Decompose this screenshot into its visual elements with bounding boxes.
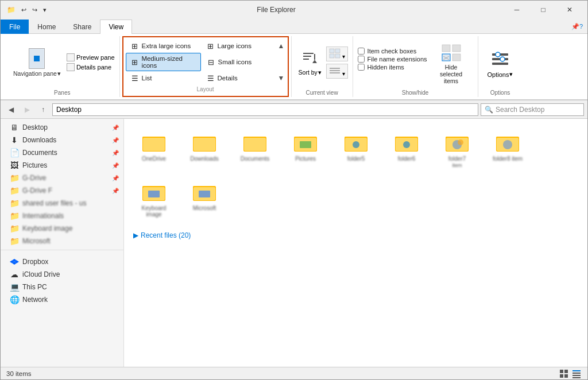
grid-view-button[interactable] [559, 369, 569, 379]
sidebar-item-thispc[interactable]: 💻 This PC [1, 281, 123, 293]
medium-icons-item[interactable]: ⊞ Medium-sized icons [126, 53, 201, 71]
item-check-boxes-option[interactable]: Item check boxes [358, 48, 427, 55]
qat-undo-button[interactable]: ↩ [19, 5, 29, 15]
sidebar-item-downloads[interactable]: ⬇ Downloads 📌 [1, 134, 123, 146]
ribbon-group-options: Options ▾ Options [478, 36, 523, 97]
svg-rect-4 [314, 54, 315, 60]
tab-home[interactable]: Home [29, 20, 64, 34]
qat-redo-button[interactable]: ↪ [30, 5, 40, 15]
nav-pane-label-row: Navigation pane ▾ [13, 70, 61, 77]
file-item[interactable]: Documents [232, 126, 278, 170]
file-label: folder5 [347, 156, 365, 162]
ribbon-group-show-hide: Item check boxes File name extensions Hi… [353, 36, 478, 97]
sidebar-item-internationals[interactable]: 📁 Internationals [1, 210, 123, 222]
help-button[interactable]: ? [579, 23, 583, 30]
hide-selected-items-button[interactable]: Hide selected items [430, 39, 473, 87]
file-item[interactable]: folder5 [333, 126, 379, 170]
svg-rect-62 [564, 370, 568, 373]
sidebar-item-desktop[interactable]: 🖥 Desktop 📌 [1, 121, 123, 134]
sidebar-item-gcloud2[interactable]: 📁 G-Drive F 📌 [1, 184, 123, 197]
sort-icon [301, 49, 319, 68]
navigation-pane-button[interactable]: Navigation pane ▾ [10, 47, 64, 78]
sidebar-item-dropbox[interactable]: Dropbox [1, 255, 123, 268]
hidden-items-checkbox[interactable] [358, 64, 365, 71]
file-item[interactable]: folder8 item [485, 126, 531, 170]
group-by-button[interactable]: ▾ [326, 46, 348, 61]
layout-scroll-down[interactable]: ▼ [277, 72, 285, 84]
desktop-icon: 🖥 [10, 123, 19, 132]
file-item[interactable]: Microsoft [181, 175, 227, 220]
panes-items: Navigation pane ▾ Preview pane Details p… [10, 37, 115, 96]
details-view-button[interactable] [571, 369, 582, 379]
layout-scroll-up[interactable]: ▲ [277, 40, 285, 52]
show-hide-items: Item check boxes File name extensions Hi… [358, 37, 473, 96]
hidden-items-option[interactable]: Hidden items [358, 64, 427, 71]
extra-large-icons-item[interactable]: ⊞ Extra large icons [126, 40, 200, 52]
sort-by-button[interactable]: Sort by ▾ [296, 47, 324, 78]
tab-view[interactable]: View [100, 20, 132, 34]
svg-rect-8 [335, 54, 340, 58]
nav-pane-dropdown[interactable]: ▾ [57, 70, 61, 77]
details-item[interactable]: ☰ Details [202, 72, 276, 84]
file-item[interactable]: Downloads [181, 126, 227, 170]
sidebar-item-microsoft[interactable]: 📁 Microsoft [1, 235, 123, 247]
tab-share[interactable]: Share [64, 20, 100, 34]
ribbon-pin-button[interactable]: 📌 [571, 23, 579, 30]
small-icons-item[interactable]: ⊟ Small icons [202, 53, 276, 71]
content-area: OneDrive Downloads Documents [124, 119, 587, 367]
sidebar-item-shared[interactable]: 📁 shared user files - us [1, 197, 123, 210]
svg-rect-9 [330, 68, 340, 69]
svg-rect-60 [199, 191, 210, 197]
file-item[interactable]: folder6 [384, 126, 430, 170]
file-item[interactable]: Pictures [283, 126, 328, 170]
file-item[interactable]: Keyboard image [131, 175, 177, 220]
sort-by-dropdown[interactable]: ▾ [318, 69, 322, 76]
options-button[interactable]: Options ▾ [483, 45, 518, 80]
view-options-buttons: ▾ ▾ [326, 46, 348, 79]
item-check-boxes-checkbox[interactable] [358, 48, 365, 55]
svg-rect-63 [560, 374, 563, 378]
address-bar[interactable]: Desktop [52, 103, 478, 116]
qat-dropdown-button[interactable]: ▾ [41, 5, 49, 15]
sidebar-item-gcloud1[interactable]: 📁 G-Drive 📌 [1, 172, 123, 184]
downloads-pin-icon: 📌 [112, 137, 119, 144]
file-name-extensions-checkbox[interactable] [358, 56, 365, 63]
sidebar-item-pictures[interactable]: 🖼 Pictures 📌 [1, 159, 123, 172]
maximize-button[interactable]: □ [530, 1, 556, 19]
file-name-extensions-option[interactable]: File name extensions [358, 56, 427, 63]
details-pane-button[interactable]: Details pane [67, 63, 115, 71]
svg-rect-13 [452, 45, 461, 52]
nav-pane-icon [29, 48, 45, 69]
svg-rect-25 [143, 138, 165, 151]
documents-label: Documents [22, 149, 57, 157]
sidebar-item-icloud[interactable]: ☁ iCloud Drive [1, 268, 123, 281]
file-item[interactable]: folder7item [434, 126, 480, 170]
list-item[interactable]: ☰ List [126, 72, 200, 84]
microsoft-label: Microsoft [22, 237, 51, 245]
sidebar-item-documents[interactable]: 📄 Documents 📌 [1, 146, 123, 159]
svg-point-39 [353, 141, 359, 148]
options-dropdown[interactable]: ▾ [509, 71, 513, 78]
file-label: Microsoft [193, 205, 216, 211]
sidebar-item-network[interactable]: 🌐 Network [1, 293, 123, 306]
search-bar[interactable]: 🔍 Search Desktop [481, 103, 584, 116]
small-icons-label: Small icons [218, 59, 252, 65]
window-title: File Explorer [49, 6, 504, 14]
tab-file[interactable]: File [1, 20, 29, 34]
back-button[interactable]: ◀ [4, 103, 18, 117]
sidebar-item-keyboard[interactable]: 📁 Keyboard image [1, 222, 123, 235]
minimize-button[interactable]: ─ [504, 1, 530, 19]
file-name-extensions-label: File name extensions [368, 56, 427, 63]
svg-point-22 [500, 57, 505, 61]
recent-files-toggle[interactable]: ▶ Recent files (20) [133, 229, 578, 242]
svg-rect-66 [572, 373, 581, 374]
preview-pane-button[interactable]: Preview pane [67, 53, 115, 61]
add-columns-button[interactable]: ▾ [326, 64, 348, 79]
large-icons-item[interactable]: ⊞ Large icons [202, 40, 276, 52]
close-button[interactable]: ✕ [556, 1, 583, 19]
svg-rect-10 [330, 70, 340, 71]
forward-button[interactable]: ▶ [20, 103, 34, 117]
file-item[interactable]: OneDrive [131, 126, 177, 170]
up-button[interactable]: ↑ [36, 103, 50, 117]
desktop-label: Desktop [22, 123, 48, 131]
